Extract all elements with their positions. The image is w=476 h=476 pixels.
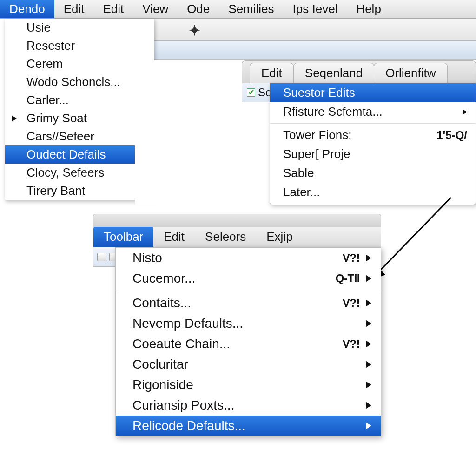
panel-2: EditSeqenlandOrlienfitw ✔ Se Suestor Edi… <box>242 60 476 102</box>
menu-item[interactable]: Cocluritar <box>116 354 381 375</box>
menu-item-label: Cucemor... <box>132 271 195 286</box>
panel-3: ToolbarEditSeleorsExjip ✔ B NistoV?!Cuce… <box>93 214 381 267</box>
tab[interactable]: Orlienfitw <box>374 63 447 83</box>
menu-item[interactable]: Coeaute Chain...V?! <box>116 334 381 354</box>
submenu-arrow-icon <box>366 275 371 282</box>
menubar-item[interactable]: Edit <box>153 227 195 247</box>
menu-item-label: Resester <box>26 39 75 53</box>
menu-item-label: Suestor Edits <box>283 86 355 100</box>
panel1-doc-header <box>154 41 476 60</box>
menu-item-label: Cerem <box>26 57 63 71</box>
menu-item[interactable]: Rfisture Scfemta... <box>270 102 476 121</box>
play-marker-icon <box>12 115 17 122</box>
menubar-item[interactable]: Exjip <box>256 227 303 247</box>
menu-item-label: Contaits... <box>132 296 191 311</box>
menu-item[interactable]: Suestor Edits <box>270 83 476 102</box>
menu-item[interactable]: Cucemor...Q-TII <box>116 268 381 289</box>
menu-item[interactable]: Clocy, Sefeers <box>5 164 154 182</box>
menu-item-label: Rfisture Scfemta... <box>283 105 383 119</box>
tab[interactable]: Seqenland <box>293 63 374 83</box>
svg-line-0 <box>372 198 451 279</box>
menu-shortcut: V?! <box>343 251 360 264</box>
menubar-item[interactable]: Ode <box>178 0 219 18</box>
menubar-item[interactable]: Ips Ievel <box>284 0 347 18</box>
panel3-window-chrome <box>93 214 381 227</box>
menu-item-label: Nisto <box>132 251 162 265</box>
menubar-item[interactable]: View <box>133 0 178 18</box>
panel1-dropdown-menu: UsieResesterCeremWodo Schoncls...Carler.… <box>5 19 154 200</box>
panel2-dropdown-menu: Suestor EditsRfisture Scfemta...Tower Fi… <box>270 83 476 205</box>
menu-shortcut: V?! <box>343 297 360 310</box>
menu-item[interactable]: Carler... <box>5 91 154 109</box>
menu-item[interactable]: Resester <box>5 37 154 55</box>
menu-item-label: Rigoniside <box>132 377 193 392</box>
menu-item-label: Grimy Soat <box>26 111 87 125</box>
menu-item[interactable]: Nevemp Defaults... <box>116 313 381 334</box>
tab[interactable]: Edit <box>250 63 294 83</box>
menu-item-label: Cocluritar <box>132 357 188 372</box>
menu-item-label: Wodo Schoncls... <box>26 75 120 89</box>
panel1-toolbar-strip: ✦ <box>154 19 476 41</box>
menu-item[interactable]: Wodo Schoncls... <box>5 73 154 91</box>
menu-separator <box>270 123 476 124</box>
menu-item-label: Usie <box>26 20 51 34</box>
menu-item[interactable]: Oudect Defails <box>5 145 154 164</box>
submenu-arrow-icon <box>366 382 371 388</box>
menu-item[interactable]: Cerem <box>5 55 154 73</box>
menu-item-label: Oudect Defails <box>26 147 106 161</box>
menu-item-label: Later... <box>283 185 320 199</box>
menubar-item[interactable]: Edit <box>93 0 133 18</box>
menubar-item[interactable]: Toolbar <box>93 227 153 247</box>
menubar-item[interactable]: Semilies <box>219 0 283 18</box>
menu-item[interactable]: Super[ Proje <box>270 145 476 164</box>
menu-item[interactable]: Contaits...V?! <box>116 293 381 313</box>
menu-item[interactable]: Cars//Sefeer <box>5 127 154 145</box>
submenu-arrow-icon <box>366 402 371 409</box>
panel3-dropdown-menu: NistoV?!Cucemor...Q-TIIContaits...V?!Nev… <box>115 247 381 436</box>
menu-item[interactable]: Tirery Bant <box>5 182 154 200</box>
menubar-item[interactable]: Edit <box>54 0 94 18</box>
menubar-item[interactable]: Dendo <box>0 0 54 18</box>
menubar-item[interactable]: Seleors <box>195 227 256 247</box>
menu-item-label: Clocy, Sefeers <box>26 165 104 179</box>
submenu-arrow-icon <box>366 423 371 429</box>
menu-item[interactable]: NistoV?! <box>116 248 381 268</box>
menu-item-label: Relicode Defaults... <box>132 418 245 433</box>
submenu-arrow-icon <box>366 300 371 306</box>
menu-separator <box>116 291 381 291</box>
panel2-tab-row: EditSeqenlandOrlienfitw <box>242 60 476 83</box>
submenu-arrow-icon <box>366 255 371 261</box>
menu-item-label: Super[ Proje <box>283 147 350 161</box>
submenu-arrow-icon <box>463 109 467 115</box>
submenu-arrow-icon <box>366 320 371 327</box>
menu-item-label: Sable <box>283 166 314 180</box>
menu-shortcut: 1'5-Q/ <box>436 129 467 142</box>
menu-item[interactable]: Rigoniside <box>116 375 381 395</box>
menu-item-label: Curiansip Poxts... <box>132 398 234 413</box>
submenu-arrow-icon <box>366 341 371 347</box>
menu-item[interactable]: Curiansip Poxts... <box>116 395 381 416</box>
new-tab-plus-icon[interactable]: ✦ <box>182 22 206 38</box>
panel1-menubar: DendoEditEditViewOdeSemiliesIps IevelHel… <box>0 0 476 19</box>
submenu-arrow-icon <box>366 361 371 368</box>
menu-shortcut: V?! <box>343 337 360 350</box>
menu-item[interactable]: Later... <box>270 183 476 202</box>
menu-item-label: Coeaute Chain... <box>132 337 230 351</box>
small-doc-icon <box>97 253 106 261</box>
menu-item[interactable]: Tower Fions:1'5-Q/ <box>270 126 476 145</box>
panel-1: DendoEditEditViewOdeSemiliesIps IevelHel… <box>0 0 476 19</box>
menubar-item[interactable]: Help <box>347 0 390 18</box>
menu-item[interactable]: Sable <box>270 164 476 183</box>
menu-item-label: Tirery Bant <box>26 184 85 198</box>
menu-item[interactable]: Relicode Defaults... <box>116 416 381 436</box>
menu-item-label: Carler... <box>26 93 69 107</box>
checkbox-icon[interactable]: ✔ <box>247 88 255 97</box>
menu-item[interactable]: Usie <box>5 19 154 37</box>
menu-item-label: Tower Fions: <box>283 128 351 142</box>
panel3-menubar: ToolbarEditSeleorsExjip <box>93 227 381 247</box>
menu-item-label: Nevemp Defaults... <box>132 316 243 331</box>
menu-item-label: Cars//Sefeer <box>26 129 94 143</box>
menu-item[interactable]: Grimy Soat <box>5 109 154 127</box>
menu-shortcut: Q-TII <box>336 272 360 285</box>
